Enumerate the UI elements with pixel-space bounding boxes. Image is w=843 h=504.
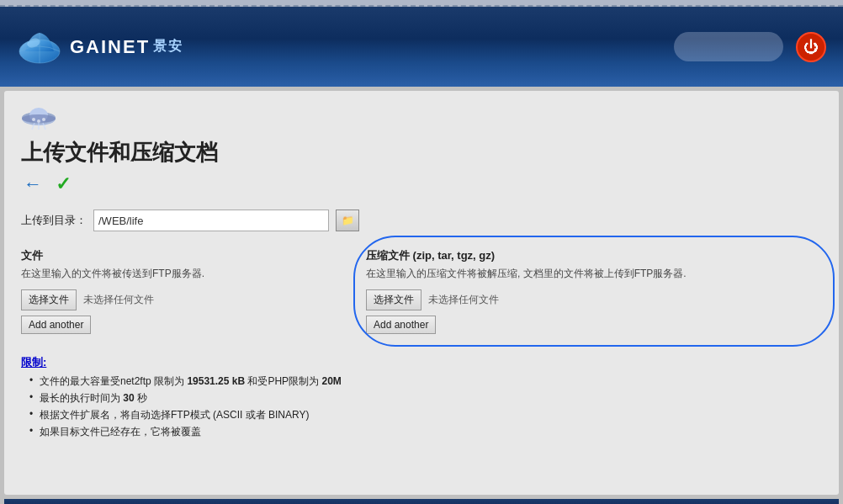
limit-time: 30: [123, 392, 134, 404]
files-section-desc: 在这里输入的文件将被传送到FTP服务器.: [21, 266, 341, 281]
folder-icon: 📁: [342, 215, 354, 226]
file-row-1: 选择文件 未选择任何文件: [21, 289, 341, 310]
footer: [4, 499, 839, 504]
compressed-section: 压缩文件 (zip, tar, tgz, gz) 在这里输入的压缩文件将被解压缩…: [366, 248, 822, 334]
check-icon: ✓: [56, 173, 71, 195]
header: GAINET 景安 ⏻: [0, 7, 843, 87]
browse-button[interactable]: 📁: [336, 210, 359, 231]
limits-title: 限制:: [21, 355, 822, 370]
limit-size-php: 20M: [321, 375, 341, 387]
main-content: 上传文件和压缩文档 ← ✓ 上传到目录： 📁 文件 在这里输入的文件将被传送到F…: [4, 91, 839, 495]
svg-point-9: [42, 118, 45, 121]
choose-file-button-right[interactable]: 选择文件: [366, 289, 422, 310]
upload-sections: 文件 在这里输入的文件将被传送到FTP服务器. 选择文件 未选择任何文件 Add…: [21, 248, 822, 334]
add-another-button-right[interactable]: Add another: [366, 316, 436, 334]
limit-item-3: 根据文件扩展名，将自动选择FTP模式 (ASCII 或者 BINARY): [29, 408, 822, 422]
header-right: ⏻: [674, 32, 826, 62]
limit-item-4: 如果目标文件已经存在，它将被覆盖: [29, 425, 822, 439]
back-button[interactable]: ←: [21, 174, 45, 194]
logo: GAINET 景安: [17, 28, 183, 66]
back-arrow-icon: ←: [24, 173, 42, 195]
choose-file-button-left[interactable]: 选择文件: [21, 289, 77, 310]
nav-icons: ← ✓: [21, 174, 822, 194]
svg-point-8: [37, 119, 40, 123]
confirm-button[interactable]: ✓: [51, 174, 75, 194]
user-area: [674, 32, 783, 61]
compressed-section-title: 压缩文件 (zip, tar, tgz, gz): [366, 248, 822, 263]
svg-point-7: [32, 118, 35, 121]
files-section: 文件 在这里输入的文件将被传送到FTP服务器. 选择文件 未选择任何文件 Add…: [21, 248, 341, 334]
upload-dir-label: 上传到目录：: [21, 213, 87, 228]
ufo-icon: [21, 103, 56, 130]
upload-dir-row: 上传到目录： 📁: [21, 210, 822, 231]
power-icon: ⏻: [803, 40, 819, 55]
page-icon-area: [21, 103, 822, 134]
logo-text: GAINET 景安: [70, 36, 183, 58]
limit-item-2: 最长的执行时间为 30 秒: [29, 391, 822, 406]
upload-dir-input[interactable]: [93, 210, 329, 231]
file-row-compressed-1: 选择文件 未选择任何文件: [366, 289, 822, 310]
compressed-section-desc: 在这里输入的压缩文件将被解压缩, 文档里的文件将被上传到FTP服务器.: [366, 266, 822, 281]
no-file-label-left: 未选择任何文件: [83, 293, 154, 307]
add-another-button-left[interactable]: Add another: [21, 316, 91, 334]
power-button[interactable]: ⏻: [796, 32, 826, 62]
no-file-label-right: 未选择任何文件: [428, 293, 499, 307]
globe-icon: [17, 28, 63, 66]
files-section-title: 文件: [21, 248, 341, 263]
limits-list: 文件的最大容量受net2ftp 限制为 19531.25 kB 和受PHP限制为…: [21, 374, 822, 439]
limit-item-1: 文件的最大容量受net2ftp 限制为 19531.25 kB 和受PHP限制为…: [29, 374, 822, 389]
limits-section: 限制: 文件的最大容量受net2ftp 限制为 19531.25 kB 和受PH…: [21, 355, 822, 439]
limit-size-net2ftp: 19531.25 kB: [187, 375, 245, 387]
page-title: 上传文件和压缩文档: [21, 138, 822, 167]
